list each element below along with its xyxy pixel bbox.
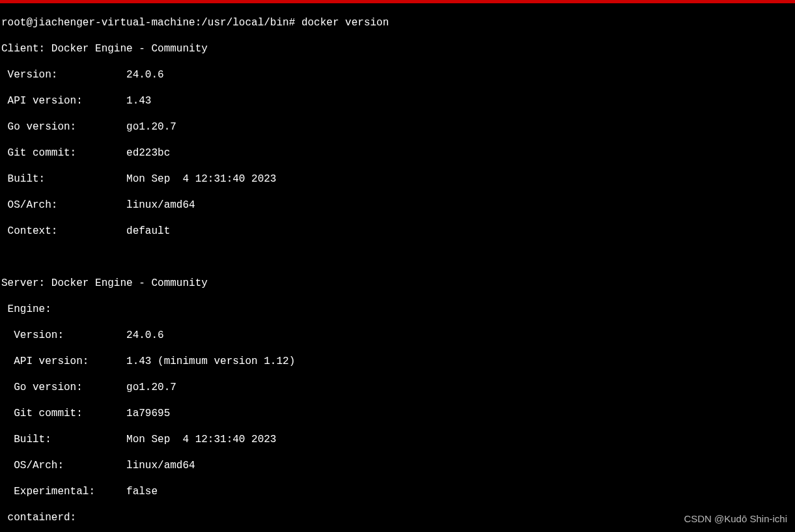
shell-prompt: root@jiachenger-virtual-machine:/usr/loc… xyxy=(1,17,295,29)
output-line xyxy=(0,251,795,264)
output-line: Go version: go1.20.7 xyxy=(0,120,795,133)
output-line: Git commit: 1a79695 xyxy=(0,407,795,420)
terminal-output[interactable]: root@jiachenger-virtual-machine:/usr/loc… xyxy=(0,3,795,532)
output-line: Version: 24.0.6 xyxy=(0,68,795,81)
output-line: Built: Mon Sep 4 12:31:40 2023 xyxy=(0,433,795,446)
output-line: Client: Docker Engine - Community xyxy=(0,42,795,55)
prompt-line: root@jiachenger-virtual-machine:/usr/loc… xyxy=(0,16,795,29)
output-line: API version: 1.43 xyxy=(0,94,795,107)
output-line: Context: default xyxy=(0,225,795,238)
output-line: containerd: xyxy=(0,511,795,524)
watermark-text: CSDN @Kudō Shin-ichi xyxy=(684,512,787,525)
output-line: Built: Mon Sep 4 12:31:40 2023 xyxy=(0,173,795,186)
command-text: docker version xyxy=(301,17,389,29)
output-line: OS/Arch: linux/amd64 xyxy=(0,459,795,472)
output-line: Version: 24.0.6 xyxy=(0,329,795,342)
output-line: API version: 1.43 (minimum version 1.12) xyxy=(0,355,795,368)
output-line: Experimental: false xyxy=(0,485,795,498)
output-line: Server: Docker Engine - Community xyxy=(0,277,795,290)
output-line: OS/Arch: linux/amd64 xyxy=(0,199,795,212)
output-line: Go version: go1.20.7 xyxy=(0,381,795,394)
output-line: Git commit: ed223bc xyxy=(0,147,795,160)
output-line: Engine: xyxy=(0,303,795,316)
